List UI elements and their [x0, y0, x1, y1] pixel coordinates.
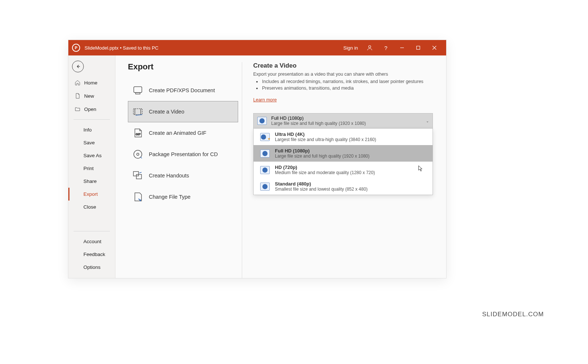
svg-rect-6: [134, 87, 142, 93]
export-option-handouts[interactable]: Create Handouts: [128, 165, 238, 186]
title-text: SlideModel.pptx • Saved to this PC: [85, 45, 158, 51]
folder-icon: [75, 106, 80, 112]
export-option-pdf[interactable]: Create PDF/XPS Document: [128, 80, 238, 101]
learn-more-link[interactable]: Learn more: [253, 97, 277, 102]
sidebar-item-export[interactable]: Export: [68, 188, 115, 201]
export-option-cd[interactable]: Package Presentation for CD: [128, 144, 238, 165]
svg-rect-2: [417, 46, 420, 50]
svg-rect-15: [136, 174, 141, 179]
svg-rect-7: [136, 93, 140, 94]
svg-point-0: [369, 46, 371, 48]
pdf-icon: [133, 85, 143, 95]
titlebar: P SlideModel.pptx • Saved to this PC Sig…: [68, 40, 446, 55]
handouts-icon: [133, 170, 143, 181]
account-icon[interactable]: [362, 40, 378, 55]
separator: [74, 231, 110, 231]
svg-rect-14: [133, 172, 139, 176]
selected-title: Full HD (1080p): [271, 116, 366, 121]
sidebar-item-close[interactable]: Close: [68, 201, 115, 213]
resolution-icon: [257, 117, 267, 125]
dropdown-item-480p[interactable]: Standard (480p)Smallest file size and lo…: [254, 178, 433, 195]
resolution-dropdown: Full HD (1080p) Large file size and full…: [253, 113, 433, 129]
powerpoint-icon: P: [72, 44, 80, 52]
gif-icon: GIF: [133, 128, 143, 138]
sidebar-item-options[interactable]: Options: [68, 261, 115, 274]
detail-heading: Create a Video: [253, 62, 433, 69]
svg-text:GIF: GIF: [136, 133, 140, 136]
resolution-icon: [260, 133, 270, 141]
document-icon: [75, 93, 80, 99]
filetype-icon: [133, 192, 143, 202]
back-button[interactable]: [72, 61, 84, 72]
backstage-sidebar: Home New Open Info Save Save As Print Sh…: [68, 55, 115, 278]
separator: [74, 119, 110, 120]
resolution-icon: [260, 166, 270, 174]
filename: SlideModel.pptx: [85, 45, 119, 51]
sidebar-item-info[interactable]: Info: [68, 123, 115, 136]
bullet-item: Includes all recorded timings, narration…: [262, 79, 433, 84]
sidebar-item-feedback[interactable]: Feedback: [68, 248, 115, 261]
video-icon: [133, 107, 143, 117]
export-option-filetype[interactable]: Change File Type: [128, 186, 238, 208]
watermark: SLIDEMODEL.COM: [482, 311, 544, 318]
dropdown-selected[interactable]: Full HD (1080p) Large file size and full…: [253, 113, 433, 129]
dropdown-item-1080p[interactable]: Full HD (1080p)Large file size and full …: [254, 145, 433, 162]
svg-point-13: [137, 153, 139, 155]
close-button[interactable]: [426, 40, 442, 55]
sidebar-item-account[interactable]: Account: [68, 235, 115, 248]
dropdown-list: Ultra HD (4K)Largest file size and ultra…: [253, 129, 433, 195]
sidebar-item-home[interactable]: Home: [68, 76, 115, 89]
export-option-gif[interactable]: GIF Create an Animated GIF: [128, 122, 238, 144]
sidebar-item-open[interactable]: Open: [68, 102, 115, 116]
app-window: P SlideModel.pptx • Saved to this PC Sig…: [68, 40, 447, 278]
home-icon: [75, 80, 80, 86]
sidebar-item-print[interactable]: Print: [68, 162, 115, 175]
sidebar-item-saveas[interactable]: Save As: [68, 149, 115, 162]
cd-icon: [133, 149, 143, 159]
save-status: Saved to this PC: [123, 45, 158, 51]
dropdown-item-4k[interactable]: Ultra HD (4K)Largest file size and ultra…: [254, 129, 433, 145]
help-button[interactable]: ?: [378, 40, 394, 55]
detail-panel: Create a Video Export your presentation …: [242, 62, 446, 278]
resolution-icon: [260, 183, 270, 191]
dropdown-item-720p[interactable]: HD (720p)Medium file size and moderate q…: [254, 162, 433, 178]
sidebar-item-share[interactable]: Share: [68, 175, 115, 188]
minimize-button[interactable]: [394, 40, 410, 55]
sidebar-item-new[interactable]: New: [68, 89, 115, 102]
main-panel: Export Create PDF/XPS Document Create a …: [115, 55, 446, 278]
chevron-down-icon: ⌄: [426, 119, 429, 123]
page-title: Export: [128, 62, 238, 72]
export-option-video[interactable]: Create a Video: [128, 101, 238, 122]
bullet-item: Preserves animations, transitions, and m…: [262, 86, 433, 91]
detail-sub: Export your presentation as a video that…: [253, 72, 433, 77]
sidebar-item-save[interactable]: Save: [68, 136, 115, 149]
sign-in-button[interactable]: Sign in: [340, 45, 362, 51]
maximize-button[interactable]: [410, 40, 426, 55]
resolution-icon: [260, 149, 270, 158]
selected-desc: Large file size and full high quality (1…: [271, 121, 366, 126]
